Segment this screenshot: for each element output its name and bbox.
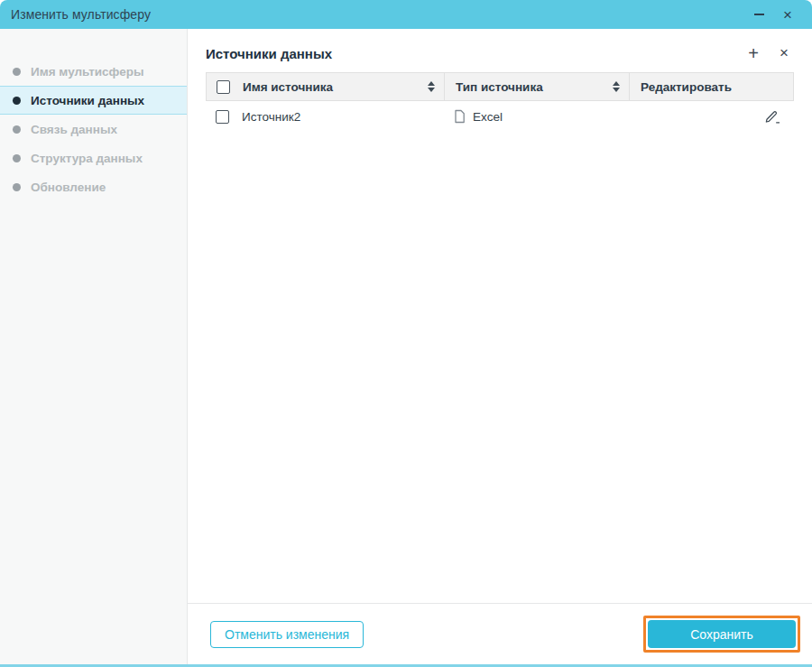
sidebar-item-data-structure[interactable]: Структура данных <box>0 144 187 172</box>
bullet-icon <box>13 125 21 134</box>
bullet-icon <box>13 68 21 76</box>
column-label: Тип источника <box>456 80 543 94</box>
document-icon <box>454 109 466 124</box>
column-label: Имя источника <box>243 80 333 94</box>
sidebar-item-label: Источники данных <box>31 94 144 107</box>
sidebar-item-label: Обновление <box>31 181 106 194</box>
dialog-window: Изменить мультисферу × Имя мультисферы И… <box>0 0 812 667</box>
sidebar: Имя мультисферы Источники данных Связь д… <box>0 29 188 664</box>
sidebar-item-multisphere-name[interactable]: Имя мультисферы <box>0 57 187 86</box>
bullet-icon <box>13 97 21 105</box>
content-header: Источники данных + × <box>188 29 812 72</box>
minimize-icon <box>754 14 764 15</box>
dialog-body: Имя мультисферы Источники данных Связь д… <box>0 29 812 664</box>
sidebar-item-data-link[interactable]: Связь данных <box>0 115 187 144</box>
source-type: Excel <box>473 110 503 124</box>
window-title: Изменить мультисферу <box>11 7 151 22</box>
column-header-source-name: Имя источника <box>207 73 444 100</box>
sidebar-item-data-sources[interactable]: Источники данных <box>0 86 187 115</box>
row-name-cell: Источник2 <box>206 110 443 124</box>
sidebar-item-label: Имя мультисферы <box>31 65 143 79</box>
table-row: Источник2 Excel <box>206 101 794 132</box>
column-label: Редактировать <box>641 80 732 94</box>
panel-close-button[interactable]: × <box>774 43 794 63</box>
add-source-button[interactable]: + <box>743 43 763 63</box>
bullet-icon <box>13 183 21 191</box>
bullet-icon <box>13 154 21 162</box>
source-name: Источник2 <box>242 110 300 124</box>
sidebar-item-refresh[interactable]: Обновление <box>0 172 187 201</box>
save-button[interactable]: Сохранить <box>648 620 796 648</box>
cancel-changes-button[interactable]: Отменить изменения <box>210 621 364 648</box>
data-sources-table: Имя источника Тип источника Редактироват… <box>206 72 794 132</box>
sort-icon[interactable] <box>428 81 435 92</box>
table-header-row: Имя источника Тип источника Редактироват… <box>206 72 794 101</box>
minimize-button[interactable] <box>749 5 769 24</box>
footer: Отменить изменения Сохранить <box>188 603 812 664</box>
row-type-cell: Excel <box>443 109 628 124</box>
row-edit-cell <box>628 109 794 125</box>
edit-source-button[interactable] <box>764 109 781 125</box>
save-button-highlight-box: Сохранить <box>643 616 800 653</box>
column-header-edit: Редактировать <box>629 73 793 100</box>
column-header-source-type: Тип источника <box>444 73 629 100</box>
sidebar-item-label: Структура данных <box>31 152 143 165</box>
content-spacer <box>188 132 812 603</box>
row-checkbox[interactable] <box>216 110 229 124</box>
titlebar: Изменить мультисферу × <box>0 0 812 29</box>
sort-icon[interactable] <box>613 81 620 92</box>
select-all-checkbox[interactable] <box>217 80 230 94</box>
window-close-button[interactable]: × <box>778 5 798 24</box>
page-title: Источники данных <box>206 46 332 61</box>
main-content: Источники данных + × Имя источника Тип и… <box>188 29 812 664</box>
sidebar-item-label: Связь данных <box>31 123 117 136</box>
pencil-icon <box>764 109 781 125</box>
